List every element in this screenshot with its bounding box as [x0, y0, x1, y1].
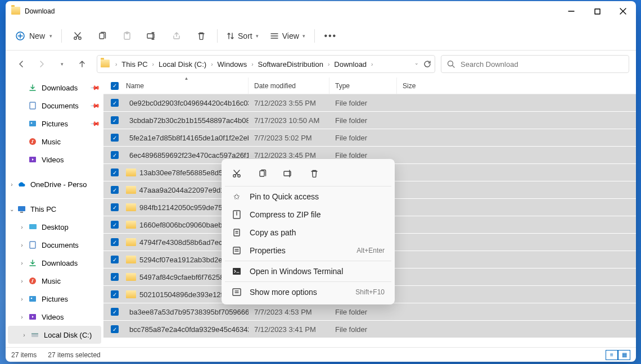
new-button[interactable]: New ▾	[11, 26, 57, 46]
sidebar-item[interactable]: ›Music	[6, 272, 103, 290]
table-row[interactable]: ✓5fe2a1e7d85b8f14165de1a0f1f2e2eb7/7/202…	[103, 129, 636, 146]
svg-point-34	[31, 298, 33, 299]
close-button[interactable]	[610, 2, 636, 20]
search-box[interactable]	[441, 55, 629, 73]
more-button[interactable]: •••	[319, 26, 342, 46]
zip-icon	[232, 210, 242, 219]
sidebar-item[interactable]: Music	[6, 133, 103, 151]
sidebar-item[interactable]: ›Downloads	[6, 254, 103, 272]
minimize-button[interactable]	[558, 2, 584, 20]
column-date[interactable]: Date modified	[249, 78, 329, 94]
statusbar: 27 items 27 items selected ≡ ▦	[6, 347, 636, 362]
svg-rect-30	[29, 224, 37, 229]
share-button[interactable]	[165, 26, 188, 46]
sidebar-item[interactable]: Pictures📌	[6, 115, 103, 133]
svg-rect-28	[18, 206, 25, 211]
column-size[interactable]: Size	[397, 78, 636, 94]
sidebar-item[interactable]: Documents📌	[6, 97, 103, 115]
properties-icon	[232, 247, 242, 254]
paste-button[interactable]	[116, 26, 138, 46]
cm-properties[interactable]: Properties Alt+Enter	[225, 242, 391, 260]
svg-rect-1	[595, 9, 600, 14]
svg-rect-29	[20, 212, 23, 213]
select-all-checkbox[interactable]: ✓	[111, 82, 119, 90]
svg-rect-37	[31, 333, 38, 334]
table-row[interactable]: ✓0e92bc0d2903fc049694420c4b16c03b7/12/20…	[103, 94, 636, 111]
chevron-down-icon: ▾	[256, 33, 259, 39]
search-icon	[447, 60, 455, 68]
refresh-icon[interactable]	[423, 60, 431, 68]
titlebar: Download	[6, 1, 636, 21]
column-headers: ✓ Name▲ Date modified Type Size	[103, 78, 636, 94]
sidebar-item[interactable]: Downloads📌	[6, 79, 103, 97]
toolbar: New ▾ Sort ▾ View ▾ •••	[6, 21, 636, 51]
sidebar-item[interactable]: ⌄This PC	[6, 200, 103, 218]
sidebar-item[interactable]: ›Desktop	[6, 218, 103, 236]
window-folder-icon	[11, 7, 20, 16]
svg-rect-54	[233, 289, 241, 295]
svg-rect-24	[29, 121, 36, 126]
sidebar-item[interactable]: ›Videos	[6, 308, 103, 326]
svg-line-22	[453, 66, 455, 68]
sidebar-item[interactable]: ›Pictures	[6, 290, 103, 308]
details-view-toggle[interactable]: ≡	[606, 350, 618, 360]
column-type[interactable]: Type	[329, 78, 397, 94]
paste-icon	[123, 31, 132, 40]
svg-rect-50	[233, 247, 240, 254]
svg-rect-53	[233, 268, 241, 275]
cm-delete-button[interactable]	[309, 169, 319, 179]
copy-button[interactable]	[91, 26, 114, 46]
back-button[interactable]	[12, 55, 30, 73]
addressbar: ▾ › This PC› Local Disk (C:)› Windows› S…	[6, 51, 636, 78]
maximize-button[interactable]	[584, 2, 610, 20]
ellipsis-icon: •••	[324, 31, 337, 41]
copy-path-icon	[232, 228, 242, 237]
delete-button[interactable]	[190, 26, 213, 46]
sidebar-item[interactable]: ›Local Disk (C:)	[8, 326, 101, 344]
pin-icon: ✩	[232, 192, 242, 201]
svg-rect-33	[29, 296, 36, 302]
cm-show-more[interactable]: Show more options Shift+F10	[225, 283, 391, 301]
table-row[interactable]: ✓bcc785a87e2a4c0fda9329e45c46342b7/12/20…	[103, 321, 636, 338]
search-input[interactable]	[461, 60, 623, 69]
window-title: Download	[25, 7, 558, 15]
cm-cut-button[interactable]	[232, 169, 242, 179]
sort-icon	[227, 32, 234, 40]
cm-copy-button[interactable]	[258, 169, 268, 179]
selected-count: 27 items selected	[48, 351, 100, 359]
table-row[interactable]: ✓ba3ee87a53d7b95738395bf7059666b17/7/202…	[103, 303, 636, 320]
more-icon	[232, 288, 242, 296]
sidebar-item[interactable]: Videos	[6, 151, 103, 169]
file-explorer-window: Download New ▾ Sort ▾ View ▾	[6, 1, 636, 362]
table-row[interactable]: ✓3cbdab72b30c2b1b15548897ac4b08857/17/20…	[103, 112, 636, 129]
view-button[interactable]: View ▾	[265, 26, 310, 46]
cm-rename-button[interactable]	[283, 169, 294, 179]
chevron-down-icon: ▾	[303, 33, 305, 39]
cm-pin-quick-access[interactable]: ✩ Pin to Quick access	[225, 188, 391, 206]
scissors-icon	[73, 31, 82, 40]
rename-button[interactable]	[141, 26, 163, 46]
list-icon	[270, 32, 279, 40]
trash-icon	[197, 31, 206, 40]
sort-button[interactable]: Sort ▾	[222, 26, 263, 46]
up-button[interactable]	[73, 55, 91, 73]
svg-rect-31	[30, 242, 35, 248]
sidebar-item[interactable]: ›Documents	[6, 236, 103, 254]
folder-icon	[101, 60, 111, 69]
recent-button[interactable]: ▾	[53, 55, 71, 73]
context-menu: ✩ Pin to Quick access Compress to ZIP fi…	[222, 159, 395, 304]
plus-circle-icon	[16, 31, 25, 40]
cm-open-terminal[interactable]: Open in Windows Terminal	[225, 262, 391, 280]
chevron-down-icon[interactable]: ⌄	[414, 60, 419, 68]
svg-point-25	[31, 122, 33, 124]
cut-button[interactable]	[66, 26, 89, 46]
breadcrumb[interactable]: › This PC› Local Disk (C:)› Windows› Sof…	[97, 55, 435, 73]
cm-copy-path[interactable]: Copy as path	[225, 224, 391, 242]
column-name[interactable]: Name▲	[120, 78, 249, 94]
svg-rect-23	[30, 102, 35, 109]
terminal-icon	[232, 267, 242, 275]
forward-button[interactable]	[33, 55, 51, 73]
sidebar-item[interactable]: ›OneDrive - Perso	[6, 175, 103, 193]
cm-compress-zip[interactable]: Compress to ZIP file	[225, 206, 391, 224]
tiles-view-toggle[interactable]: ▦	[618, 350, 630, 360]
